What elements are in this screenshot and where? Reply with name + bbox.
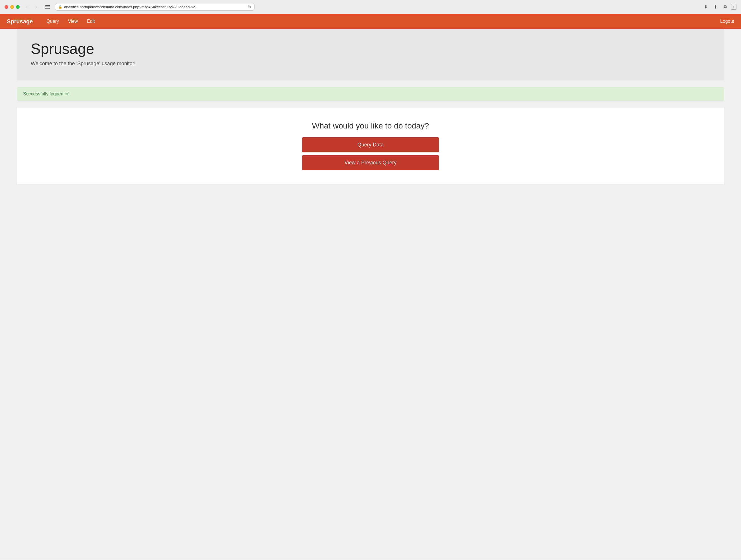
navbar-brand[interactable]: Sprusage [7,18,33,25]
navbar: Sprusage Query View Edit Logout [0,14,741,29]
logout-link[interactable]: Logout [720,19,734,24]
address-bar-container[interactable]: 🔒 ↻ [55,3,255,10]
svg-rect-0 [45,5,50,6]
svg-rect-2 [45,8,50,9]
nav-link-query[interactable]: Query [42,14,64,29]
tabs-icon[interactable]: ⧉ [721,3,729,11]
nav-link-edit[interactable]: Edit [82,14,99,29]
refresh-button[interactable]: ↻ [248,5,251,9]
back-button[interactable]: ‹ [23,3,31,11]
page-title: Sprusage [31,40,710,57]
svg-rect-1 [45,7,50,7]
address-bar[interactable] [64,5,246,9]
page-wrapper: Sprusage Query View Edit Logout Sprusage… [0,14,741,560]
jumbotron: Sprusage Welcome to the the 'Sprusage' u… [17,29,724,80]
query-data-button[interactable]: Query Data [302,137,439,152]
page-subtitle: Welcome to the the 'Sprusage' usage moni… [31,61,710,67]
download-icon[interactable]: ⬇ [702,3,710,11]
sidebar-toggle-button[interactable] [44,3,52,11]
nav-buttons: ‹ › [23,3,40,11]
close-button[interactable] [5,5,8,9]
action-section: What would you like to do today? Query D… [17,108,724,184]
expand-button[interactable]: + [731,4,736,10]
navbar-nav: Query View Edit [42,14,720,29]
traffic-lights [5,5,20,9]
nav-link-view[interactable]: View [64,14,82,29]
browser-chrome: ‹ › 🔒 ↻ ⬇ ⬆ ⧉ + [0,0,741,14]
main-content: Sprusage Welcome to the the 'Sprusage' u… [0,29,741,184]
view-previous-query-button[interactable]: View a Previous Query [302,155,439,170]
browser-titlebar: ‹ › 🔒 ↻ ⬇ ⬆ ⧉ + [0,0,741,14]
lock-icon: 🔒 [58,5,62,9]
alert-success: Successfully logged in! [17,87,724,101]
alert-message: Successfully logged in! [23,91,70,96]
browser-actions: ⬇ ⬆ ⧉ + [702,3,736,11]
minimize-button[interactable] [10,5,14,9]
navbar-right: Logout [720,19,734,24]
share-icon[interactable]: ⬆ [712,3,719,11]
maximize-button[interactable] [16,5,20,9]
forward-button[interactable]: › [32,3,40,11]
action-heading: What would you like to do today? [312,122,429,131]
